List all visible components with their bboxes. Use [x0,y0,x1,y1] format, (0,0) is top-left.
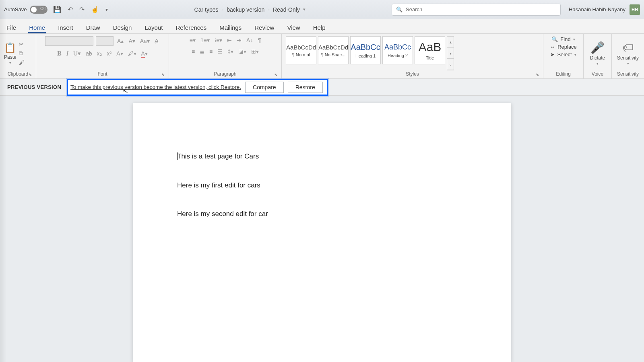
styles-scroll[interactable]: ▴ ▾ ⌄ [447,36,454,70]
ribbon: 📋 Paste ▾ ✂ ⧉ 🖌 Clipboard⬊ A▴ A▾ Aa▾ A̷ [0,34,644,79]
chevron-down-icon: ▾ [597,62,599,66]
style-caption: ¶ Normal [292,52,310,57]
launcher-icon[interactable]: ⬊ [274,72,277,77]
chevron-down-icon[interactable]: ▾ [447,48,454,59]
previous-version-label: PREVIOUS VERSION [7,84,61,90]
show-marks-icon[interactable]: ¶ [256,36,262,44]
font-color-icon[interactable]: A▾ [140,49,149,58]
undo-icon[interactable]: ↶ [68,6,73,13]
grow-font-icon[interactable]: A▴ [116,37,125,45]
group-label-voice: Voice [588,70,607,78]
cut-icon[interactable]: ✂ [19,41,25,47]
group-voice: 🎤 Dictate ▾ Voice [584,34,612,78]
expand-icon[interactable]: ⌄ [447,59,454,70]
tab-design[interactable]: Design [112,21,133,33]
group-clipboard: 📋 Paste ▾ ✂ ⧉ 🖌 Clipboard⬊ [0,34,36,78]
justify-icon[interactable]: ☰ [216,47,224,56]
chevron-up-icon[interactable]: ▴ [447,37,454,48]
tab-references[interactable]: References [175,21,207,33]
tab-view[interactable]: View [286,21,301,33]
redo-icon[interactable]: ↷ [79,6,85,13]
user-avatar[interactable]: HH [630,4,640,15]
align-right-icon[interactable]: ≡ [208,47,214,56]
superscript-button[interactable]: x² [106,49,113,58]
borders-icon[interactable]: ⊞▾ [250,47,260,56]
search-placeholder: Search [406,6,422,12]
clear-formatting-icon[interactable]: A̷ [153,37,160,45]
restore-hint-link[interactable]: To make this previous version become the… [70,84,241,90]
style-title[interactable]: AaB Title [415,36,445,64]
text-effects-icon[interactable]: A▾ [115,49,124,58]
group-label-paragraph: Paragraph⬊ [173,70,277,78]
bold-button[interactable]: B [56,49,63,58]
autosave-toggle[interactable]: Off [30,6,47,14]
dictate-label: Dictate [590,55,605,61]
change-case-icon[interactable]: Aa▾ [139,37,151,45]
shrink-font-icon[interactable]: A▾ [127,37,136,45]
group-label-sensitivity: Sensitivity [616,70,640,78]
font-name-select[interactable] [45,36,93,46]
italic-button[interactable]: I [65,49,70,58]
increase-indent-icon[interactable]: ⇥ [235,36,243,44]
numbering-icon[interactable]: 1≡▾ [199,36,211,44]
user-area[interactable]: Hasanain Habib-Nayany HH [569,4,640,15]
replace-icon: ↔ [550,44,555,50]
underline-button[interactable]: U▾ [72,49,82,58]
bullets-icon[interactable]: ≡▾ [188,36,197,44]
style-no-spacing[interactable]: AaBbCcDd ¶ No Spac... [318,36,349,64]
copy-icon[interactable]: ⧉ [19,50,25,57]
tab-insert[interactable]: Insert [57,21,74,33]
touch-mode-icon[interactable]: ☝ [91,6,99,13]
find-button[interactable]: 🔍Find▾ [551,36,575,42]
launcher-icon[interactable]: ⬊ [161,72,165,77]
tab-mailings[interactable]: Mailings [219,21,242,33]
search-input[interactable]: 🔍 Search [392,4,561,16]
style-preview: AaBbCcDd [286,44,316,51]
save-icon[interactable]: 💾 [53,6,61,13]
autosave-control[interactable]: AutoSave Off [4,6,47,14]
sort-icon[interactable]: A↓ [245,36,254,44]
autosave-label: AutoSave [4,6,27,12]
document-area[interactable]: This is a test page for Cars Here is my … [0,96,644,362]
style-normal[interactable]: AaBbCcDd ¶ Normal [286,36,316,64]
style-caption: ¶ No Spac... [321,52,345,57]
chevron-down-icon[interactable]: ▾ [303,7,305,12]
paste-button[interactable]: 📋 Paste ▾ [4,42,17,65]
subscript-button[interactable]: x₂ [96,49,103,58]
tab-file[interactable]: File [6,21,17,33]
replace-button[interactable]: ↔Replace [550,44,577,50]
style-heading-1[interactable]: AaBbCc Heading 1 [350,36,381,64]
format-painter-icon[interactable]: 🖌 [19,59,25,66]
highlight-icon[interactable]: 🖍▾ [127,49,138,58]
align-center-icon[interactable]: ≣ [198,47,206,56]
tab-layout[interactable]: Layout [144,21,163,33]
strikethrough-button[interactable]: ab [85,49,93,58]
style-preview: AaBbCcDd [318,44,348,51]
tab-review[interactable]: Review [254,21,275,33]
paragraph: Here is my second edit for car [177,209,467,219]
tab-draw[interactable]: Draw [85,21,101,33]
compare-button[interactable]: Compare [245,82,284,93]
paste-label: Paste [4,54,17,60]
launcher-icon[interactable]: ⬊ [29,72,32,77]
decrease-indent-icon[interactable]: ⇤ [226,36,233,44]
autosave-state: Off [40,6,45,11]
style-heading-2[interactable]: AaBbCc Heading 2 [382,36,413,64]
launcher-icon[interactable]: ⬊ [536,72,539,77]
tab-help[interactable]: Help [312,21,326,33]
doc-mode: Read-Only [273,6,300,13]
shading-icon[interactable]: ◪▾ [237,47,248,56]
align-left-icon[interactable]: ≡ [190,47,196,56]
clipboard-icon: 📋 [4,42,16,53]
style-preview: AaBbCc [351,43,380,52]
restore-button[interactable]: Restore [288,82,323,93]
quick-access-toolbar: 💾 ↶ ↷ ☝ ▾ [53,6,108,13]
font-size-select[interactable] [96,36,114,46]
line-spacing-icon[interactable]: ‡▾ [226,47,235,56]
select-button[interactable]: ➤Select▾ [550,51,576,58]
tab-home[interactable]: Home [28,21,46,33]
sensitivity-button[interactable]: 🏷 Sensitivity ▾ [616,36,640,70]
multilevel-list-icon[interactable]: ⁝≡▾ [213,36,223,44]
page[interactable]: This is a test page for Cars Here is my … [133,103,511,362]
dictate-button[interactable]: 🎤 Dictate ▾ [588,36,607,70]
